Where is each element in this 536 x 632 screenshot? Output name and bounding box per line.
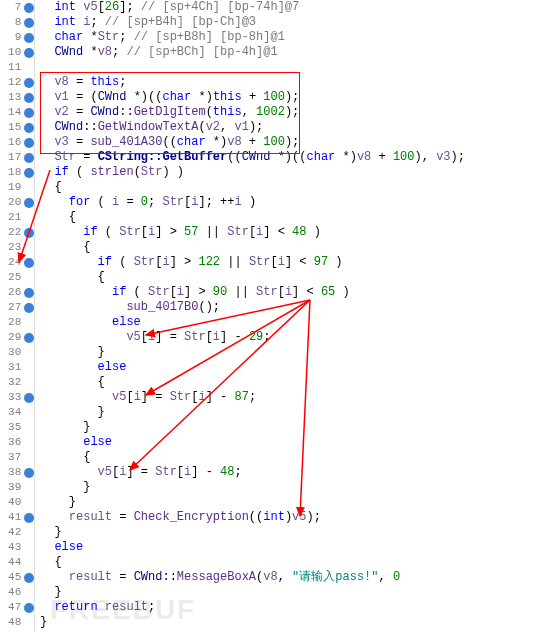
line-number: 18 <box>0 165 23 180</box>
code-line[interactable]: int i; // [sp+B4h] [bp-Ch]@3 <box>34 15 465 30</box>
code-line[interactable]: else <box>34 540 465 555</box>
code-line[interactable]: v1 = (CWnd *)((char *)this + 100); <box>34 90 465 105</box>
code-line[interactable]: if ( Str[i] > 122 || Str[i] < 97 ) <box>34 255 465 270</box>
code-text: int i; // [sp+B4h] [bp-Ch]@3 <box>34 15 256 30</box>
breakpoint-empty <box>24 483 34 493</box>
code-line[interactable]: return result; <box>34 600 465 615</box>
code-line[interactable]: int v5[26]; // [sp+4Ch] [bp-74h]@7 <box>34 0 465 15</box>
code-line[interactable]: else <box>34 435 465 450</box>
line-number: 20 <box>0 195 23 210</box>
code-line[interactable]: if ( Str[i] > 90 || Str[i] < 65 ) <box>34 285 465 300</box>
breakpoint-dot[interactable] <box>24 603 34 613</box>
breakpoint-dot[interactable] <box>24 93 34 103</box>
breakpoint-empty <box>24 558 34 568</box>
code-line[interactable]: { <box>34 555 465 570</box>
breakpoint-dot[interactable] <box>24 78 34 88</box>
breakpoint-dot[interactable] <box>24 168 34 178</box>
code-line[interactable]: } <box>34 585 465 600</box>
breakpoint-empty <box>24 63 34 73</box>
breakpoint-dot[interactable] <box>24 153 34 163</box>
breakpoint-dot[interactable] <box>24 258 34 268</box>
line-number: 11 <box>0 60 23 75</box>
breakpoint-dot[interactable] <box>24 393 34 403</box>
code-line[interactable]: if ( strlen(Str) ) <box>34 165 465 180</box>
code-line[interactable]: } <box>34 495 465 510</box>
code-line[interactable]: { <box>34 450 465 465</box>
code-text: { <box>34 375 105 390</box>
code-text: } <box>34 420 90 435</box>
line-number: 25 <box>0 270 23 285</box>
code-text: CWnd::GetWindowTextA(v2, v1); <box>34 120 263 135</box>
gutter-row: 7 <box>0 0 34 15</box>
code-line[interactable] <box>34 60 465 75</box>
breakpoint-dot[interactable] <box>24 33 34 43</box>
gutter-row: 37 <box>0 450 34 465</box>
code-line[interactable]: } <box>34 525 465 540</box>
code-line[interactable]: } <box>34 405 465 420</box>
code-line[interactable]: { <box>34 270 465 285</box>
code-line[interactable]: CWnd *v8; // [sp+BCh] [bp-4h]@1 <box>34 45 465 60</box>
gutter-row: 33 <box>0 390 34 405</box>
code-line[interactable]: v5[i] = Str[i] - 87; <box>34 390 465 405</box>
code-line[interactable]: v8 = this; <box>34 75 465 90</box>
line-number: 14 <box>0 105 23 120</box>
code-text: else <box>34 540 83 555</box>
gutter-row: 17 <box>0 150 34 165</box>
code-line[interactable]: { <box>34 180 465 195</box>
breakpoint-dot[interactable] <box>24 333 34 343</box>
code-line[interactable]: Str = CString::GetBuffer((CWnd *)((char … <box>34 150 465 165</box>
breakpoint-dot[interactable] <box>24 198 34 208</box>
gutter-row: 16 <box>0 135 34 150</box>
breakpoint-dot[interactable] <box>24 468 34 478</box>
code-line[interactable]: result = CWnd::MessageBoxA(v8, "请输入pass!… <box>34 570 465 585</box>
code-line[interactable]: for ( i = 0; Str[i]; ++i ) <box>34 195 465 210</box>
breakpoint-dot[interactable] <box>24 138 34 148</box>
code-text: } <box>34 525 62 540</box>
breakpoint-empty <box>24 318 34 328</box>
breakpoint-dot[interactable] <box>24 228 34 238</box>
breakpoint-empty <box>24 183 34 193</box>
breakpoint-dot[interactable] <box>24 303 34 313</box>
code-line[interactable]: v2 = CWnd::GetDlgItem(this, 1002); <box>34 105 465 120</box>
code-line[interactable]: } <box>34 345 465 360</box>
code-text: return result; <box>34 600 155 615</box>
breakpoint-dot[interactable] <box>24 288 34 298</box>
code-text: else <box>34 315 141 330</box>
gutter-row: 11 <box>0 60 34 75</box>
breakpoint-empty <box>24 498 34 508</box>
breakpoint-dot[interactable] <box>24 108 34 118</box>
code-line[interactable]: { <box>34 375 465 390</box>
code-line[interactable]: v3 = sub_401A30((char *)v8 + 100); <box>34 135 465 150</box>
code-line[interactable]: } <box>34 420 465 435</box>
code-text: v8 = this; <box>34 75 126 90</box>
code-text: int v5[26]; // [sp+4Ch] [bp-74h]@7 <box>34 0 299 15</box>
breakpoint-dot[interactable] <box>24 123 34 133</box>
code-line[interactable]: v5[i] = Str[i] - 29; <box>34 330 465 345</box>
code-line[interactable]: } <box>34 615 465 630</box>
code-line[interactable]: result = Check_Encryption((int)v5); <box>34 510 465 525</box>
breakpoint-dot[interactable] <box>24 48 34 58</box>
breakpoint-dot[interactable] <box>24 18 34 28</box>
line-number: 41 <box>0 510 23 525</box>
breakpoint-dot[interactable] <box>24 3 34 13</box>
breakpoint-empty <box>24 543 34 553</box>
breakpoint-dot[interactable] <box>24 513 34 523</box>
line-number: 15 <box>0 120 23 135</box>
code-line[interactable]: } <box>34 480 465 495</box>
code-line[interactable]: char *Str; // [sp+B8h] [bp-8h]@1 <box>34 30 465 45</box>
breakpoint-dot[interactable] <box>24 573 34 583</box>
code-line[interactable]: else <box>34 315 465 330</box>
code-text: { <box>34 210 76 225</box>
code-line[interactable]: if ( Str[i] > 57 || Str[i] < 48 ) <box>34 225 465 240</box>
code-line[interactable]: else <box>34 360 465 375</box>
code-line[interactable]: v5[i] = Str[i] - 48; <box>34 465 465 480</box>
code-line[interactable]: { <box>34 240 465 255</box>
gutter-row: 13 <box>0 90 34 105</box>
code-line[interactable]: sub_4017B0(); <box>34 300 465 315</box>
gutter-row: 42 <box>0 525 34 540</box>
code-line[interactable]: { <box>34 210 465 225</box>
code-line[interactable]: CWnd::GetWindowTextA(v2, v1); <box>34 120 465 135</box>
gutter-row: 41 <box>0 510 34 525</box>
gutter-row: 26 <box>0 285 34 300</box>
line-number: 13 <box>0 90 23 105</box>
